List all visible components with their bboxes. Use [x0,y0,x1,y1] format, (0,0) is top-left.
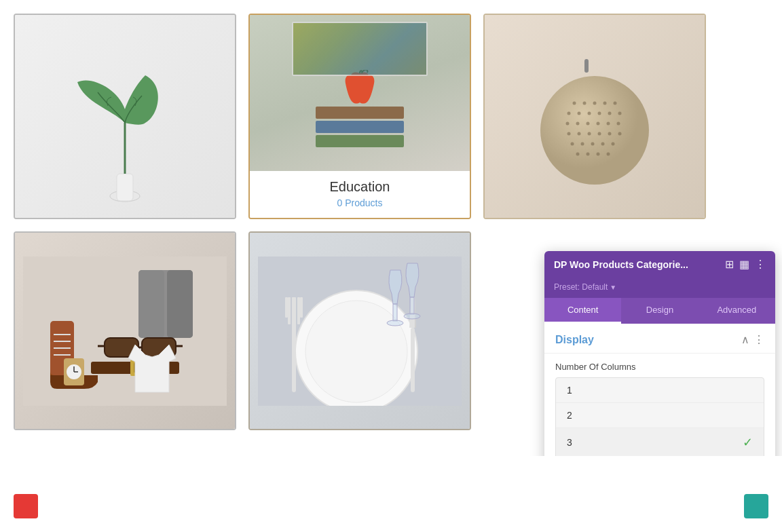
svg-point-26 [608,132,612,135]
svg-point-11 [578,111,581,115]
panel-header: DP Woo Products Categorie... ⊞ ▦ ⋮ [544,251,775,278]
svg-rect-63 [288,297,291,324]
column-option-1[interactable]: 1 [556,378,764,403]
column-option-3-label: 3 [567,437,572,448]
column-option-3[interactable]: 3 ✓ [556,428,764,456]
preset-label[interactable]: Preset: Default [554,282,616,292]
column-option-1-label: 1 [567,385,572,396]
education-title: Education [261,179,459,195]
svg-rect-1 [117,174,133,201]
education-products: 0 Products [261,197,459,208]
svg-point-7 [593,101,597,104]
svg-rect-39 [138,270,164,338]
panel-icon-group: ⊞ ▦ ⋮ [725,258,766,271]
svg-point-22 [567,132,571,135]
svg-point-9 [614,101,617,104]
panel-grid-icon[interactable]: ▦ [739,258,749,271]
education-label: Education 0 Products [250,171,470,218]
column-option-2[interactable]: 2 [556,403,764,428]
section-title: Display [555,334,594,346]
electronics-label: Electronics 0 Products [485,218,705,219]
svg-point-21 [617,121,620,125]
svg-point-12 [588,111,591,115]
decor-label: Decor 4 Products [15,218,235,219]
electronics-image [485,15,705,218]
svg-point-14 [608,111,612,115]
category-card-fashion[interactable]: Fashion 8 Products [14,231,236,430]
svg-point-23 [578,132,581,135]
svg-rect-65 [285,297,288,318]
tab-content[interactable]: Content [544,298,621,324]
svg-point-13 [598,111,601,115]
svg-point-4 [540,76,649,185]
svg-point-36 [607,152,610,155]
svg-point-8 [603,101,607,104]
svg-rect-64 [297,297,300,324]
columns-label: Number Of Columns [544,354,775,377]
svg-point-25 [598,132,601,135]
svg-point-69 [387,320,403,326]
category-grid-row-1: Decor 4 Products [14,14,768,219]
svg-rect-67 [411,328,415,392]
svg-rect-62 [292,297,296,331]
tab-design[interactable]: Design [621,298,698,324]
svg-rect-66 [300,297,303,318]
svg-point-35 [597,152,600,155]
section-collapse-btn[interactable]: ∧ [741,333,749,346]
svg-point-16 [566,121,570,125]
svg-rect-40 [167,270,193,338]
display-section-header: Display ∧ ⋮ [544,324,775,354]
svg-point-71 [404,314,420,319]
panel-more-icon[interactable]: ⋮ [755,258,766,271]
svg-point-29 [581,142,584,145]
category-card-electronics[interactable]: Electronics 0 Products [483,14,706,219]
svg-point-24 [588,132,591,135]
svg-point-17 [576,121,580,125]
svg-point-20 [607,121,610,125]
svg-rect-68 [393,304,397,321]
section-more-btn[interactable]: ⋮ [753,333,764,346]
tab-advanced[interactable]: Advanced [699,298,775,324]
svg-point-5 [573,101,576,104]
panel-tabs: Content Design Advanced [544,298,775,324]
panel-title: DP Woo Products Categorie... [554,259,725,270]
category-grid-row-2: Fashion 8 Products [14,231,768,430]
svg-point-15 [618,111,622,115]
kitchen-label: Kitchen 0 Products [250,429,470,430]
svg-point-19 [597,121,600,125]
svg-point-6 [583,101,586,104]
education-image [250,15,470,171]
panel-preset-area: Preset: Default [544,278,775,298]
svg-point-34 [586,152,590,155]
panel-body: Display ∧ ⋮ Number Of Columns 1 2 3 [544,324,775,456]
main-layout: Decor 4 Products [14,14,768,442]
column-option-2-label: 2 [567,410,572,421]
svg-point-28 [571,142,574,145]
decor-image [15,15,235,218]
settings-panel: DP Woo Products Categorie... ⊞ ▦ ⋮ Prese… [544,251,775,456]
svg-point-33 [576,152,580,155]
category-card-education[interactable]: Education 0 Products [248,14,471,219]
panel-expand-icon[interactable]: ⊞ [725,258,734,271]
section-controls: ∧ ⋮ [741,333,764,346]
fashion-label: Fashion 8 Products [15,429,235,430]
svg-point-27 [618,132,622,135]
svg-point-32 [612,142,615,145]
svg-rect-70 [410,297,414,314]
svg-point-10 [567,111,571,115]
svg-point-30 [591,142,595,145]
svg-rect-3 [584,59,589,73]
category-card-decor[interactable]: Decor 4 Products [14,14,236,219]
column-3-check-icon: ✓ [743,435,753,450]
svg-point-60 [305,301,407,402]
fashion-image [15,233,235,429]
svg-point-18 [586,121,590,125]
category-card-kitchen[interactable]: Kitchen 0 Products [248,231,471,430]
svg-rect-61 [292,324,296,392]
kitchen-image [250,233,470,429]
svg-point-31 [601,142,605,145]
columns-dropdown[interactable]: 1 2 3 ✓ 4 5 6 [555,377,764,456]
